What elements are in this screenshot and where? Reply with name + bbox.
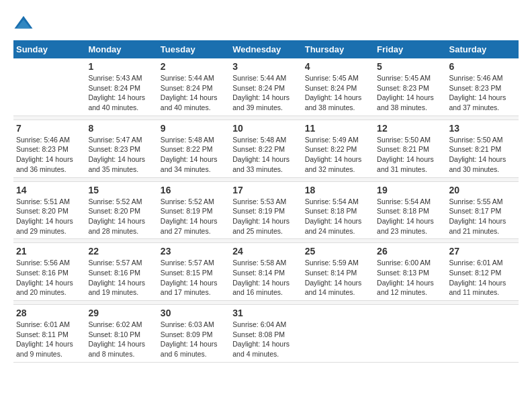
header-monday: Monday [85,40,157,58]
day-cell: 17Sunrise: 5:53 AMSunset: 8:19 PMDayligh… [230,181,302,239]
day-number: 30 [161,308,227,318]
day-info: Sunrise: 5:47 AMSunset: 8:23 PMDaylight:… [88,135,154,175]
day-cell: 16Sunrise: 5:52 AMSunset: 8:19 PMDayligh… [158,181,230,239]
day-info: Sunrise: 5:55 AMSunset: 8:17 PMDaylight:… [449,197,516,236]
day-cell: 14Sunrise: 5:51 AMSunset: 8:20 PMDayligh… [13,181,85,239]
day-cell: 19Sunrise: 5:54 AMSunset: 8:18 PMDayligh… [374,181,446,239]
day-number: 7 [16,123,83,134]
day-number: 5 [377,61,443,72]
day-cell: 30Sunrise: 6:03 AMSunset: 8:09 PMDayligh… [158,305,230,363]
day-info: Sunrise: 5:45 AMSunset: 8:24 PMDaylight:… [305,73,371,113]
day-info: Sunrise: 5:49 AMSunset: 8:22 PMDaylight:… [305,135,371,175]
day-cell: 10Sunrise: 5:48 AMSunset: 8:22 PMDayligh… [230,120,302,177]
day-cell: 4Sunrise: 5:45 AMSunset: 8:24 PMDaylight… [302,58,374,116]
day-info: Sunrise: 5:51 AMSunset: 8:20 PMDaylight:… [16,197,83,236]
day-cell: 28Sunrise: 6:01 AMSunset: 8:11 PMDayligh… [13,305,85,363]
week-row: 7Sunrise: 5:46 AMSunset: 8:23 PMDaylight… [13,120,519,177]
day-cell: 22Sunrise: 5:57 AMSunset: 8:16 PMDayligh… [85,243,157,301]
day-info: Sunrise: 6:04 AMSunset: 8:08 PMDaylight:… [232,320,299,359]
day-number: 17 [232,185,299,195]
day-number: 24 [232,246,299,257]
day-cell: 13Sunrise: 5:50 AMSunset: 8:21 PMDayligh… [447,120,519,177]
header-sunday: Sunday [13,40,85,58]
day-number: 25 [305,246,371,257]
day-cell: 26Sunrise: 6:00 AMSunset: 8:13 PMDayligh… [374,243,446,301]
day-info: Sunrise: 5:54 AMSunset: 8:18 PMDaylight:… [377,197,443,236]
day-number: 22 [88,246,154,257]
day-info: Sunrise: 5:43 AMSunset: 8:24 PMDaylight:… [88,73,154,113]
day-cell: 6Sunrise: 5:46 AMSunset: 8:23 PMDaylight… [447,58,519,116]
day-cell: 23Sunrise: 5:57 AMSunset: 8:15 PMDayligh… [158,243,230,301]
day-number: 18 [305,185,371,195]
day-cell: 3Sunrise: 5:44 AMSunset: 8:24 PMDaylight… [230,58,302,116]
day-cell: 21Sunrise: 5:56 AMSunset: 8:16 PMDayligh… [13,243,85,301]
day-number: 10 [232,123,299,134]
day-cell: 18Sunrise: 5:54 AMSunset: 8:18 PMDayligh… [302,181,374,239]
header-thursday: Thursday [302,40,374,58]
day-info: Sunrise: 6:01 AMSunset: 8:12 PMDaylight:… [449,258,516,298]
header-tuesday: Tuesday [158,40,230,58]
day-info: Sunrise: 5:52 AMSunset: 8:20 PMDaylight:… [88,197,154,236]
day-info: Sunrise: 5:58 AMSunset: 8:14 PMDaylight:… [232,258,299,298]
day-number: 1 [88,61,154,72]
day-number: 21 [16,246,83,257]
day-cell: 29Sunrise: 6:02 AMSunset: 8:10 PMDayligh… [85,305,157,363]
day-cell: 25Sunrise: 5:59 AMSunset: 8:14 PMDayligh… [302,243,374,301]
header-friday: Friday [374,40,446,58]
day-number: 14 [16,185,83,195]
day-info: Sunrise: 5:46 AMSunset: 8:23 PMDaylight:… [449,73,516,113]
day-number: 13 [449,123,516,134]
header-saturday: Saturday [447,40,519,58]
day-number: 9 [161,123,227,134]
day-cell: 24Sunrise: 5:58 AMSunset: 8:14 PMDayligh… [230,243,302,301]
day-info: Sunrise: 5:54 AMSunset: 8:18 PMDaylight:… [305,197,371,236]
week-row: 28Sunrise: 6:01 AMSunset: 8:11 PMDayligh… [13,305,519,363]
day-number: 27 [449,246,516,257]
day-number: 11 [305,123,371,134]
day-cell [302,305,374,363]
week-row: 1Sunrise: 5:43 AMSunset: 8:24 PMDaylight… [13,58,519,116]
day-number: 2 [161,61,227,72]
day-number: 29 [88,308,154,318]
day-info: Sunrise: 6:03 AMSunset: 8:09 PMDaylight:… [161,320,227,359]
calendar-table: SundayMondayTuesdayWednesdayThursdayFrid… [13,40,519,363]
week-row: 14Sunrise: 5:51 AMSunset: 8:20 PMDayligh… [13,181,519,239]
day-number: 15 [88,185,154,195]
day-cell: 15Sunrise: 5:52 AMSunset: 8:20 PMDayligh… [85,181,157,239]
logo-icon [13,13,34,34]
day-cell: 2Sunrise: 5:44 AMSunset: 8:24 PMDaylight… [158,58,230,116]
day-number: 19 [377,185,443,195]
day-cell [13,58,85,116]
day-cell: 5Sunrise: 5:45 AMSunset: 8:23 PMDaylight… [374,58,446,116]
day-cell: 11Sunrise: 5:49 AMSunset: 8:22 PMDayligh… [302,120,374,177]
day-cell: 20Sunrise: 5:55 AMSunset: 8:17 PMDayligh… [447,181,519,239]
day-info: Sunrise: 5:50 AMSunset: 8:21 PMDaylight:… [377,135,443,175]
page-header [13,13,519,34]
day-number: 4 [305,61,371,72]
day-cell: 12Sunrise: 5:50 AMSunset: 8:21 PMDayligh… [374,120,446,177]
day-info: Sunrise: 5:50 AMSunset: 8:21 PMDaylight:… [449,135,516,175]
day-number: 20 [449,185,516,195]
day-number: 6 [449,61,516,72]
logo [13,13,36,34]
day-cell: 31Sunrise: 6:04 AMSunset: 8:08 PMDayligh… [230,305,302,363]
header-wednesday: Wednesday [230,40,302,58]
day-info: Sunrise: 5:45 AMSunset: 8:23 PMDaylight:… [377,73,443,113]
day-info: Sunrise: 5:44 AMSunset: 8:24 PMDaylight:… [161,73,227,113]
day-info: Sunrise: 5:52 AMSunset: 8:19 PMDaylight:… [161,197,227,236]
day-cell [374,305,446,363]
day-info: Sunrise: 5:56 AMSunset: 8:16 PMDaylight:… [16,258,83,298]
day-number: 8 [88,123,154,134]
day-info: Sunrise: 5:57 AMSunset: 8:15 PMDaylight:… [161,258,227,298]
day-number: 26 [377,246,443,257]
day-info: Sunrise: 5:44 AMSunset: 8:24 PMDaylight:… [232,73,299,113]
day-cell: 8Sunrise: 5:47 AMSunset: 8:23 PMDaylight… [85,120,157,177]
day-cell: 1Sunrise: 5:43 AMSunset: 8:24 PMDaylight… [85,58,157,116]
day-number: 23 [161,246,227,257]
day-info: Sunrise: 5:59 AMSunset: 8:14 PMDaylight:… [305,258,371,298]
week-row: 21Sunrise: 5:56 AMSunset: 8:16 PMDayligh… [13,243,519,301]
day-info: Sunrise: 6:00 AMSunset: 8:13 PMDaylight:… [377,258,443,298]
day-number: 3 [232,61,299,72]
day-info: Sunrise: 5:48 AMSunset: 8:22 PMDaylight:… [232,135,299,175]
day-number: 16 [161,185,227,195]
